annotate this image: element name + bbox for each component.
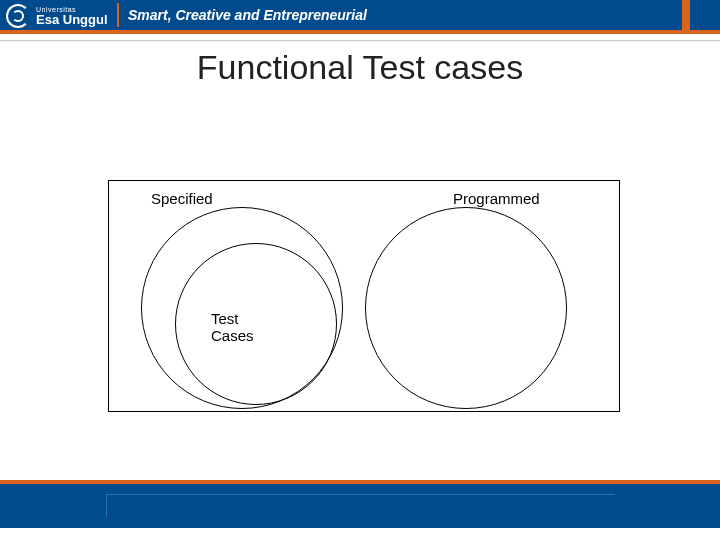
brand-tagline: Smart, Creative and Entrepreneurial <box>128 7 367 23</box>
brand-name: Esa Unggul <box>36 13 108 26</box>
label-test-cases-line2: Cases <box>211 327 254 344</box>
footer-inset-rule <box>106 494 615 517</box>
brand-text: Universitas Esa Unggul <box>36 6 108 26</box>
brand-divider <box>117 3 119 27</box>
header-accent-bar <box>682 0 690 30</box>
brand-logo: Universitas Esa Unggul <box>6 4 108 28</box>
footer-bar <box>0 484 720 528</box>
header-shadow <box>0 40 720 42</box>
circle-test-cases <box>175 243 337 405</box>
header-underline <box>0 30 720 34</box>
label-programmed: Programmed <box>451 191 542 208</box>
label-test-cases: Test Cases <box>209 311 256 344</box>
circle-programmed <box>365 207 567 409</box>
header-bar: Universitas Esa Unggul Smart, Creative a… <box>0 0 720 30</box>
venn-frame: Specified Programmed Test Cases <box>108 180 620 412</box>
slide-title: Functional Test cases <box>0 48 720 87</box>
label-specified: Specified <box>149 191 215 208</box>
label-test-cases-line1: Test <box>211 310 239 327</box>
logo-swirl-icon <box>6 4 30 28</box>
